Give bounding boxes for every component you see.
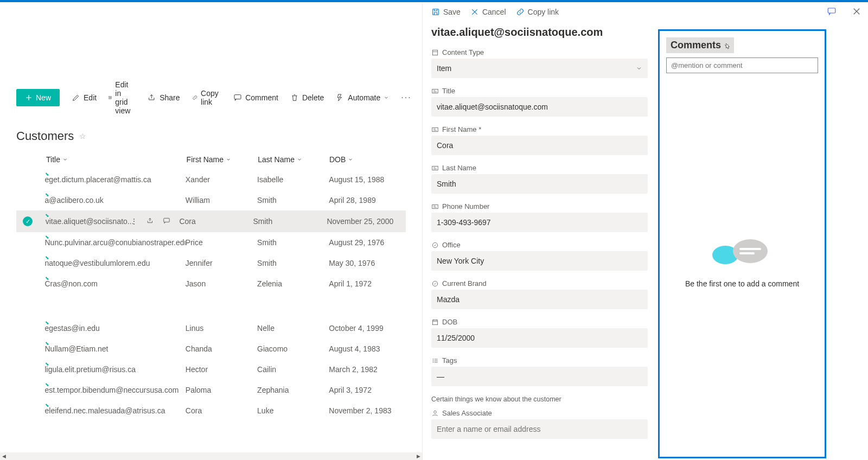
first-name-label: First Name * bbox=[431, 125, 648, 133]
page-title: Customers bbox=[16, 129, 74, 143]
table-row[interactable]: ⬊natoque@vestibulumlorem.eduJenniferSmit… bbox=[16, 253, 406, 273]
svg-point-13 bbox=[434, 411, 437, 413]
new-button-label: New bbox=[36, 93, 51, 102]
scroll-left-icon[interactable]: ◀ bbox=[0, 452, 8, 460]
table-row[interactable]: ⬊eleifend.nec.malesuada@atrisus.caCoraLu… bbox=[16, 400, 406, 421]
new-badge-icon: ⬊ bbox=[45, 171, 49, 177]
phone-field[interactable] bbox=[431, 213, 648, 232]
new-badge-icon: ⬊ bbox=[45, 403, 49, 408]
row-more-icon[interactable]: ⋮ bbox=[130, 217, 138, 226]
edit-grid-label: Edit in grid view bbox=[115, 80, 136, 115]
phone-label: Phone Number bbox=[431, 202, 648, 210]
table-row[interactable]: ⬊Nullam@Etiam.netChandaGiacomoAugust 4, … bbox=[16, 338, 406, 359]
svg-rect-1 bbox=[109, 97, 112, 99]
new-badge-icon: ⬊ bbox=[45, 276, 49, 281]
svg-rect-7 bbox=[432, 127, 438, 131]
customers-table: Title First Name Last Name DOB ⬊eget.dic… bbox=[0, 150, 422, 421]
svg-point-10 bbox=[432, 242, 437, 247]
new-badge-icon: ⬊ bbox=[45, 255, 49, 260]
col-last-name[interactable]: Last Name bbox=[258, 155, 329, 164]
table-row[interactable]: ⬊eget.dictum.placerat@mattis.caXanderIsa… bbox=[16, 169, 406, 190]
col-title[interactable]: Title bbox=[46, 155, 187, 164]
svg-point-11 bbox=[432, 281, 437, 286]
svg-rect-9 bbox=[432, 205, 438, 208]
automate-label: Automate bbox=[348, 93, 380, 102]
list-pane: New Edit Edit in grid view Share Copy li… bbox=[0, 2, 422, 460]
table-row-selected[interactable]: ⬊ vitae.aliquet@sociisnato... ⋮ Cora Smi… bbox=[16, 210, 406, 232]
detail-pane: Save Cancel Copy link vitae.aliquet@soci… bbox=[422, 2, 656, 460]
brand-field[interactable] bbox=[431, 290, 648, 309]
svg-rect-2 bbox=[234, 95, 241, 99]
comments-pane: Comments Be the first one to add a comme… bbox=[658, 29, 826, 458]
copylink-label: Copy link bbox=[201, 89, 221, 106]
copylink-detail-button[interactable]: Copy link bbox=[516, 8, 559, 16]
table-body: ⬊eget.dictum.placerat@mattis.caXanderIsa… bbox=[16, 169, 406, 421]
new-badge-icon: ⬊ bbox=[45, 213, 49, 218]
copylink-button[interactable]: Copy link bbox=[192, 89, 222, 106]
office-field[interactable] bbox=[431, 251, 648, 271]
share-label: Share bbox=[159, 93, 180, 102]
office-label: Office bbox=[431, 241, 648, 249]
comments-header[interactable]: Comments bbox=[666, 37, 734, 53]
close-icon[interactable] bbox=[852, 7, 861, 16]
tags-field[interactable] bbox=[431, 367, 648, 386]
new-button[interactable]: New bbox=[16, 89, 60, 106]
comment-label: Comment bbox=[245, 93, 278, 102]
new-badge-icon: ⬊ bbox=[45, 382, 49, 387]
svg-rect-6 bbox=[432, 89, 438, 93]
edit-grid-button[interactable]: Edit in grid view bbox=[108, 80, 136, 115]
horizontal-scrollbar[interactable]: ◀ ▶ bbox=[0, 452, 422, 460]
new-badge-icon: ⬊ bbox=[45, 341, 49, 346]
row-comment-icon[interactable] bbox=[163, 217, 170, 226]
detail-toolbar-right bbox=[827, 7, 861, 16]
last-name-label: Last Name bbox=[431, 164, 648, 172]
col-dob[interactable]: DOB bbox=[329, 155, 406, 164]
chevron-down-icon bbox=[384, 93, 389, 102]
comments-toggle-icon[interactable] bbox=[827, 7, 837, 16]
table-row[interactable]: ⬊ligula.elit.pretium@risus.caHectorCaili… bbox=[16, 359, 406, 380]
title-field-label: Title bbox=[431, 87, 648, 95]
new-badge-icon: ⬊ bbox=[45, 192, 49, 197]
check-icon[interactable] bbox=[23, 216, 33, 226]
sales-label: Sales Associate bbox=[431, 409, 648, 417]
table-row[interactable]: ⬊est.tempor.bibendum@neccursusa.comPalom… bbox=[16, 380, 406, 400]
dob-field[interactable] bbox=[431, 328, 648, 348]
table-row[interactable]: ⬊egestas@in.eduLinusNelleOctober 4, 1999 bbox=[16, 318, 406, 338]
comments-empty-state: Be the first one to add a comment bbox=[666, 73, 818, 450]
new-badge-icon: ⬊ bbox=[45, 320, 49, 325]
save-button[interactable]: Save bbox=[431, 8, 461, 16]
list-command-bar: New Edit Edit in grid view Share Copy li… bbox=[0, 72, 422, 115]
svg-rect-8 bbox=[432, 166, 438, 170]
delete-button[interactable]: Delete bbox=[290, 93, 324, 102]
content-type-label: Content Type bbox=[431, 48, 648, 56]
favorite-star-icon[interactable]: ☆ bbox=[79, 132, 86, 140]
chevron-down-icon bbox=[723, 42, 730, 49]
title-field[interactable] bbox=[431, 97, 648, 117]
scroll-right-icon[interactable]: ▶ bbox=[414, 452, 422, 460]
cancel-button[interactable]: Cancel bbox=[470, 8, 506, 16]
comment-button[interactable]: Comment bbox=[233, 93, 278, 102]
first-name-field[interactable] bbox=[431, 136, 648, 155]
tags-helper: Certain things we know about the custome… bbox=[431, 395, 648, 404]
edit-button[interactable]: Edit bbox=[72, 93, 97, 102]
last-name-field[interactable] bbox=[431, 174, 648, 194]
table-header: Title First Name Last Name DOB bbox=[16, 150, 406, 169]
detail-heading: vitae.aliquet@sociisnatoque.com bbox=[431, 26, 648, 39]
row-share-icon[interactable] bbox=[146, 217, 154, 226]
tags-label: Tags bbox=[431, 356, 648, 365]
brand-label: Current Brand bbox=[431, 279, 648, 288]
overflow-menu[interactable]: ··· bbox=[401, 93, 411, 103]
content-type-select[interactable]: Item bbox=[431, 59, 648, 78]
share-button[interactable]: Share bbox=[148, 93, 180, 102]
new-badge-icon: ⬊ bbox=[45, 361, 49, 367]
table-row[interactable]: ⬊a@aclibero.co.ukWilliamSmithApril 28, 1… bbox=[16, 190, 406, 210]
automate-button[interactable]: Automate bbox=[336, 93, 389, 102]
table-row[interactable]: ⬊Nunc.pulvinar.arcu@conubianostraper.edu… bbox=[16, 232, 406, 253]
comment-input[interactable] bbox=[666, 58, 818, 73]
detail-toolbar: Save Cancel Copy link bbox=[431, 2, 648, 20]
sales-associate-field[interactable] bbox=[431, 419, 648, 439]
table-row[interactable]: ⬊Cras@non.comJasonZeleniaApril 1, 1972 bbox=[16, 273, 406, 294]
col-first-name[interactable]: First Name bbox=[187, 155, 258, 164]
svg-rect-5 bbox=[432, 50, 437, 55]
chat-bubbles-icon bbox=[712, 236, 772, 269]
